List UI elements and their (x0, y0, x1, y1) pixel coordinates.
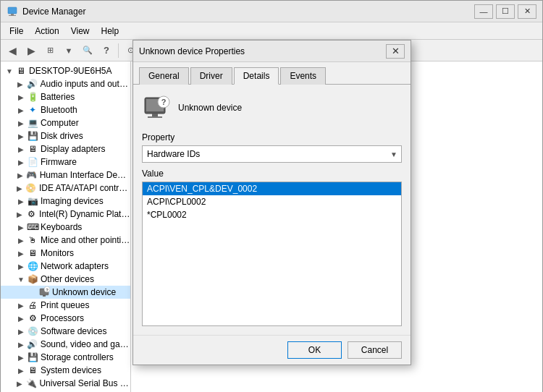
tree-item-usb[interactable]: ▶ 🔌 Universal Serial Bus co… (1, 377, 130, 390)
mice-icon: 🖱 (27, 234, 38, 246)
storage-expand-icon: ▶ (15, 351, 27, 363)
device-header: ? Unknown device (142, 93, 402, 122)
tree-item-sound[interactable]: ▶ 🔊 Sound, video and game (1, 338, 130, 351)
imaging-expand-icon: ▶ (15, 195, 27, 207)
computer-expand-icon: ▶ (15, 117, 27, 129)
ok-button[interactable]: OK (287, 341, 342, 359)
svg-rect-2 (9, 15, 16, 16)
tree-item-monitors[interactable]: ▶ 🖥 Monitors (1, 247, 130, 260)
tree-item-keyboards[interactable]: ▶ ⌨ Keyboards (1, 221, 130, 234)
list-item-1[interactable]: ACPI\CPL0002 (143, 195, 401, 208)
cancel-button[interactable]: Cancel (348, 341, 402, 359)
tab-driver[interactable]: Driver (190, 67, 232, 85)
tree-item-imaging[interactable]: ▶ 📷 Imaging devices (1, 195, 130, 208)
unknown-device-icon: ? (38, 286, 50, 298)
hid-expand-icon: ▶ (14, 169, 26, 181)
window-controls: — ☐ ✕ (474, 4, 536, 19)
tab-details[interactable]: Details (234, 67, 279, 85)
root-expand-icon: ▼ (4, 65, 15, 77)
tree-item-other[interactable]: ▼ 📦 Other devices (1, 273, 130, 286)
software-icon: 💿 (27, 325, 38, 337)
tree-system-label: System devices (41, 365, 101, 375)
scan-button[interactable]: 🔍 (79, 42, 96, 59)
property-dropdown-wrapper: Hardware IDs Compatible IDs Device Descr… (142, 145, 402, 163)
dialog-buttons: OK Cancel (133, 335, 411, 365)
tree-item-ide[interactable]: ▶ 📀 IDE ATA/ATAPI controlle… (1, 182, 130, 195)
tree-item-print[interactable]: ▶ 🖨 Print queues (1, 299, 130, 312)
menu-action[interactable]: Action (29, 25, 64, 38)
tree-print-label: Print queues (41, 300, 89, 310)
tree-item-unknown[interactable]: ▶ ? Unknown device (1, 286, 130, 299)
tree-item-computer[interactable]: ▶ 💻 Computer (1, 116, 130, 129)
batteries-icon: 🔋 (27, 91, 38, 103)
tree-item-storage[interactable]: ▶ 💾 Storage controllers (1, 351, 130, 364)
storage-icon: 💾 (27, 351, 38, 363)
tree-usb-label: Universal Serial Bus co… (39, 378, 130, 388)
title-bar: Device Manager — ☐ ✕ (1, 1, 542, 22)
svg-rect-1 (11, 14, 14, 15)
menu-help[interactable]: Help (96, 25, 125, 38)
tree-computer-label: Computer (41, 118, 79, 128)
tree-disk-label: Disk drives (41, 131, 83, 141)
help-toolbar-button[interactable]: ? (98, 42, 115, 59)
tree-ide-label: IDE ATA/ATAPI controlle… (39, 183, 130, 193)
disk-icon: 💾 (27, 130, 38, 142)
mice-expand-icon: ▶ (15, 234, 27, 246)
menu-file[interactable]: File (4, 25, 29, 38)
properties-button[interactable]: ⊞ (41, 42, 59, 59)
tree-unknown-label: Unknown device (52, 287, 116, 297)
back-button[interactable]: ◀ (4, 42, 21, 59)
tree-audio-label: Audio inputs and outp… (40, 79, 130, 89)
monitors-icon: 🖥 (27, 247, 38, 259)
audio-expand-icon: ▶ (14, 78, 26, 90)
window-title: Device Manager (22, 7, 474, 17)
tree-item-system[interactable]: ▶ 🖥 System devices (1, 364, 130, 377)
tree-item-disk[interactable]: ▶ 💾 Disk drives (1, 129, 130, 142)
print-expand-icon: ▶ (15, 299, 27, 311)
device-name-label: Unknown device (178, 103, 242, 113)
property-dropdown[interactable]: Hardware IDs Compatible IDs Device Descr… (142, 145, 402, 163)
minimize-button[interactable]: — (474, 4, 493, 19)
device-tree[interactable]: ▼ 🖥 DESKTOP-9UE6H5A ▶ 🔊 Audio inputs and… (1, 61, 131, 392)
tree-item-intel[interactable]: ▶ ⚙ Intel(R) Dynamic Platfor… (1, 208, 130, 221)
tree-firmware-label: Firmware (41, 157, 77, 167)
tree-item-software[interactable]: ▶ 💿 Software devices (1, 325, 130, 338)
tree-item-processors[interactable]: ▶ ⚙ Processors (1, 312, 130, 325)
tree-item-network[interactable]: ▶ 🌐 Network adapters (1, 260, 130, 273)
close-button[interactable]: ✕ (518, 4, 536, 19)
firmware-expand-icon: ▶ (15, 156, 27, 168)
processors-expand-icon: ▶ (15, 312, 27, 324)
tree-intel-label: Intel(R) Dynamic Platfor… (39, 209, 130, 219)
tab-general[interactable]: General (139, 67, 189, 85)
intel-icon: ⚙ (25, 208, 37, 220)
hid-icon: 🎮 (26, 169, 38, 181)
tree-processors-label: Processors (41, 313, 84, 323)
other-icon: 📦 (27, 273, 38, 285)
dialog-close-button[interactable]: ✕ (386, 44, 405, 59)
list-item-2[interactable]: *CPL0002 (143, 208, 401, 221)
maximize-button[interactable]: ☐ (496, 4, 515, 19)
sound-icon: 🔊 (27, 338, 38, 350)
tree-software-label: Software devices (41, 326, 106, 336)
tree-batteries-label: Batteries (41, 92, 75, 102)
tree-root[interactable]: ▼ 🖥 DESKTOP-9UE6H5A (1, 64, 130, 77)
list-item-0[interactable]: ACPI\VEN_CPL&DEV_0002 (143, 182, 401, 195)
tree-item-audio[interactable]: ▶ 🔊 Audio inputs and outp… (1, 77, 130, 90)
menu-view[interactable]: View (65, 25, 96, 38)
tree-item-firmware[interactable]: ▶ 📄 Firmware (1, 155, 130, 169)
tree-item-hid[interactable]: ▶ 🎮 Human Interface Devic… (1, 169, 130, 182)
tree-item-batteries[interactable]: ▶ 🔋 Batteries (1, 90, 130, 103)
tree-item-mice[interactable]: ▶ 🖱 Mice and other pointing (1, 234, 130, 247)
tree-item-bluetooth[interactable]: ▶ ✦ Bluetooth (1, 103, 130, 116)
tabs-bar: General Driver Details Events (133, 62, 411, 85)
tree-hid-label: Human Interface Devic… (40, 170, 130, 180)
tree-item-display[interactable]: ▶ 🖥 Display adapters (1, 142, 130, 155)
tab-events[interactable]: Events (280, 67, 326, 85)
tree-imaging-label: Imaging devices (41, 196, 104, 206)
menu-bar: File Action View Help (1, 22, 542, 40)
computer-icon: 🖥 (15, 65, 27, 77)
update-driver-button[interactable]: ▼ (60, 42, 77, 59)
hardware-id-list[interactable]: ACPI\VEN_CPL&DEV_0002 ACPI\CPL0002 *CPL0… (142, 182, 402, 326)
imaging-icon: 📷 (27, 195, 38, 207)
forward-button[interactable]: ▶ (22, 42, 40, 59)
